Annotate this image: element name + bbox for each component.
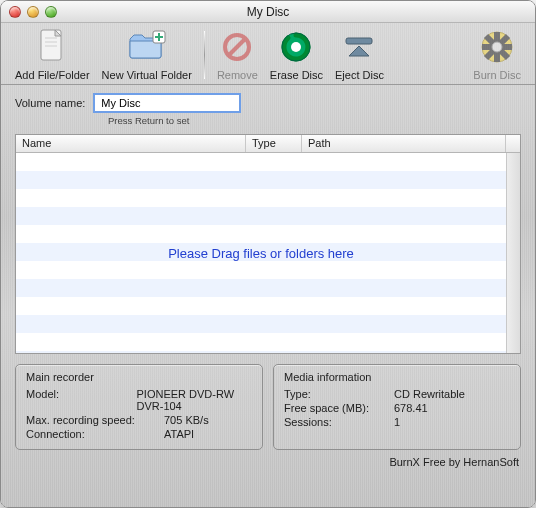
- new-virtual-folder-button[interactable]: New Virtual Folder: [96, 27, 198, 81]
- file-table[interactable]: Name Type Path Please Drag files or fold…: [15, 134, 521, 354]
- connection-value: ATAPI: [164, 428, 194, 440]
- model-label: Model:: [26, 388, 131, 412]
- toolbar-separator: [204, 31, 205, 79]
- sessions-label: Sessions:: [284, 416, 388, 428]
- table-header: Name Type Path: [16, 135, 520, 153]
- speed-label: Max. recording speed:: [26, 414, 158, 426]
- media-type-label: Type:: [284, 388, 388, 400]
- main-recorder-panel: Main recorder Model:PIONEER DVD-RW DVR-1…: [15, 364, 263, 450]
- toolbar: Add File/Folder New Virtual Folder: [1, 23, 535, 85]
- volume-name-label: Volume name:: [15, 97, 85, 109]
- eject-icon: [339, 27, 379, 67]
- column-header-path[interactable]: Path: [302, 135, 506, 152]
- free-space-value: 678.41: [394, 402, 428, 414]
- no-entry-icon: [217, 27, 257, 67]
- sessions-value: 1: [394, 416, 400, 428]
- panel-title: Media information: [284, 371, 510, 383]
- model-value: PIONEER DVD-RW DVR-104: [137, 388, 253, 412]
- erase-icon: [276, 27, 316, 67]
- svg-line-9: [229, 39, 245, 55]
- vertical-scrollbar[interactable]: [506, 153, 520, 353]
- credit-text: BurnX Free by HernanSoft: [1, 450, 535, 468]
- column-header-name[interactable]: Name: [16, 135, 246, 152]
- app-window: My Disc Add File/Folder: [0, 0, 536, 508]
- toolbar-label: Erase Disc: [270, 69, 323, 81]
- toolbar-label: Burn Disc: [473, 69, 521, 81]
- volume-name-hint: Press Return to set: [108, 115, 535, 126]
- document-icon: [32, 27, 72, 67]
- table-body[interactable]: Please Drag files or folders here: [16, 153, 520, 353]
- remove-button: Remove: [211, 27, 264, 81]
- media-information-panel: Media information Type:CD Rewritable Fre…: [273, 364, 521, 450]
- svg-point-20: [492, 42, 502, 52]
- svg-rect-13: [346, 38, 372, 44]
- free-space-label: Free space (MB):: [284, 402, 388, 414]
- media-type-value: CD Rewritable: [394, 388, 465, 400]
- toolbar-label: New Virtual Folder: [102, 69, 192, 81]
- speed-value: 705 KB/s: [164, 414, 209, 426]
- svg-point-11: [291, 42, 301, 52]
- eject-disc-button[interactable]: Eject Disc: [329, 27, 390, 81]
- svg-marker-14: [349, 46, 369, 56]
- toolbar-label: Remove: [217, 69, 258, 81]
- toolbar-label: Add File/Folder: [15, 69, 90, 81]
- window-title: My Disc: [1, 5, 535, 19]
- panel-title: Main recorder: [26, 371, 252, 383]
- connection-label: Connection:: [26, 428, 158, 440]
- toolbar-label: Eject Disc: [335, 69, 384, 81]
- volume-name-input[interactable]: [93, 93, 241, 113]
- column-header-type[interactable]: Type: [246, 135, 302, 152]
- scrollbar-corner: [506, 135, 520, 152]
- erase-disc-button[interactable]: Erase Disc: [264, 27, 329, 81]
- titlebar[interactable]: My Disc: [1, 1, 535, 23]
- add-file-folder-button[interactable]: Add File/Folder: [9, 27, 96, 81]
- folder-plus-icon: [127, 27, 167, 67]
- burn-disc-button: Burn Disc: [467, 27, 527, 81]
- burn-icon: [477, 27, 517, 67]
